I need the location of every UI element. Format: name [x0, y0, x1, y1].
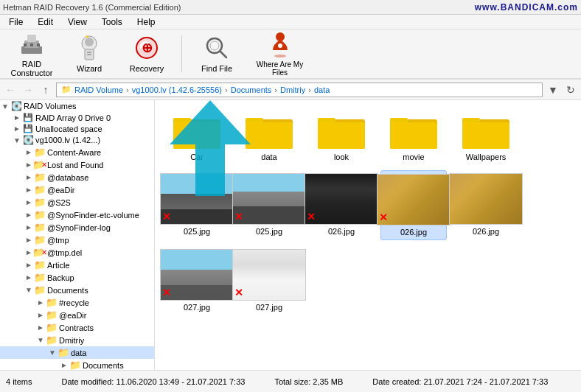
tree-toggle-raid-volumes[interactable]: ▼ — [0, 102, 10, 111]
file-item-data[interactable]: data — [236, 109, 302, 164]
sidebar-item-article[interactable]: ►📁Article — [0, 259, 154, 271]
file-item-027a[interactable]: ✕ 027.jpg — [164, 246, 230, 315]
refresh-btn[interactable]: ↻ — [563, 83, 578, 97]
file-item-026b[interactable]: ✕ 026.jpg — [380, 170, 447, 240]
folder-icon-data — [246, 112, 293, 150]
sidebar-item-contracts[interactable]: ►📁Contracts — [0, 321, 154, 334]
tree-toggle-tmp[interactable]: ► — [24, 236, 34, 244]
sidebar-item-lost-found[interactable]: ►📁✕Lost and Found — [0, 158, 154, 171]
path-part-4[interactable]: data — [314, 85, 330, 94]
file-item-026a[interactable]: ✕ 026.jpg — [308, 170, 375, 240]
item-count: 4 items — [6, 377, 32, 386]
file-item-wallpapers[interactable]: Wallpapers — [453, 109, 519, 164]
file-item-look[interactable]: look — [308, 109, 375, 164]
file-label-026a: 026.jpg — [328, 227, 355, 236]
menu-item-edit[interactable]: Edit — [35, 15, 56, 29]
addressbar: ← → ↑ 📁 RAID Volume › vg1000.lv (1.42.6-… — [0, 80, 581, 100]
wizard-button[interactable]: Wizard — [63, 32, 115, 75]
menu-item-file[interactable]: File — [6, 15, 26, 29]
tree-toggle-synofinder-etc[interactable]: ► — [24, 211, 34, 219]
svg-rect-2 — [27, 35, 36, 42]
sidebar-item-recycle[interactable]: ►📁#recycle — [0, 296, 154, 309]
main-area: ▼💽RAID Volumes►💾RAID Array 0 Drive 0►💾Un… — [0, 100, 581, 370]
sidebar-item-data[interactable]: ▼📁data — [0, 346, 154, 359]
forward-button[interactable]: → — [21, 83, 35, 97]
sidebar-item-raid-array-0[interactable]: ►💾RAID Array 0 Drive 0 — [0, 112, 154, 123]
sidebar-item-backup[interactable]: ►📁Backup — [0, 271, 154, 284]
tree-toggle-raid-array-0[interactable]: ► — [12, 113, 22, 122]
where-are-my-files-button[interactable]: Where Are My Files — [248, 32, 311, 75]
back-button[interactable]: ← — [3, 83, 18, 97]
tree-toggle-dmitriy[interactable]: ▼ — [35, 336, 46, 344]
thumbnail-027a: ✕ — [160, 249, 234, 301]
sidebar-item-database[interactable]: ►📁@database — [0, 171, 154, 183]
tree-toggle-eadir2[interactable]: ► — [35, 311, 46, 319]
tree-toggle-content-aware[interactable]: ► — [24, 148, 34, 156]
tree-toggle-backup[interactable]: ► — [24, 273, 34, 281]
tree-toggle-vg1000[interactable]: ▼ — [12, 136, 22, 144]
sidebar-item-tmp[interactable]: ►📁@tmp — [0, 234, 154, 246]
sidebar-item-unallocated[interactable]: ►💾Unallocated space — [0, 123, 154, 134]
file-item-movie[interactable]: movie — [380, 109, 447, 164]
recovery-label: Recovery — [130, 64, 164, 73]
sidebar-item-documents[interactable]: ▼📁Documents — [0, 284, 154, 296]
raid-constructor-button[interactable]: RAID Constructor — [6, 32, 58, 75]
icon-eadir: 📁 — [34, 184, 46, 195]
label-dmitriy: Dmitriy — [58, 336, 154, 345]
thumbnail-026b: ✕ — [377, 174, 450, 225]
sidebar-item-synofinder-etc[interactable]: ►📁@SynoFinder-etc-volume — [0, 209, 154, 221]
tree-toggle-contracts[interactable]: ► — [35, 323, 46, 332]
tree-toggle-recycle[interactable]: ► — [35, 298, 46, 307]
tree-toggle-database[interactable]: ► — [24, 173, 34, 181]
tree-toggle-data[interactable]: ▼ — [47, 349, 58, 357]
path-part-3[interactable]: Dmitriy — [280, 85, 305, 94]
tree-toggle-unallocated[interactable]: ► — [12, 125, 22, 133]
icon-content-aware: 📁 — [34, 147, 46, 158]
tree-toggle-documents[interactable]: ▼ — [24, 286, 34, 294]
path-part-0[interactable]: RAID Volume — [74, 85, 123, 94]
path-part-1[interactable]: vg1000.lv (1.42.6-25556) — [132, 85, 222, 94]
menu-item-view[interactable]: View — [65, 15, 90, 29]
tree-toggle-synofinder-log[interactable]: ► — [24, 223, 34, 231]
recovery-button[interactable]: ⊕ Recovery — [121, 32, 173, 75]
path-part-2[interactable]: Documents — [231, 85, 272, 94]
sidebar-item-raid-volumes[interactable]: ▼💽RAID Volumes — [0, 100, 154, 112]
sidebar-item-documents2[interactable]: ►📁Documents — [0, 359, 154, 370]
file-label-movie: movie — [403, 153, 424, 161]
deleted-mark-027a: ✕ — [162, 287, 171, 298]
up-button[interactable]: ↑ — [38, 83, 53, 97]
file-item-026c[interactable]: 026.jpg — [453, 170, 519, 240]
find-file-icon — [203, 35, 230, 61]
find-file-button[interactable]: Find File — [191, 32, 243, 75]
sidebar-item-tmp-del[interactable]: ►📁✕@tmp.del — [0, 246, 154, 259]
date-modified-label: Date modified: — [61, 377, 114, 386]
label-content-aware: Content-Aware — [46, 148, 154, 157]
tree-toggle-s2s[interactable]: ► — [24, 198, 34, 206]
folder-icon-car — [173, 112, 220, 150]
sidebar-item-vg1000[interactable]: ▼💽vg1000.lv (1.42...) — [0, 134, 154, 146]
tree-toggle-article[interactable]: ► — [24, 261, 34, 269]
tree-toggle-eadir[interactable]: ► — [24, 186, 34, 194]
sidebar-item-eadir2[interactable]: ►📁@eaDir — [0, 309, 154, 321]
sidebar-item-synofinder-log[interactable]: ►📁@SynoFinder-log — [0, 221, 154, 234]
sidebar[interactable]: ▼💽RAID Volumes►💾RAID Array 0 Drive 0►💾Un… — [0, 100, 155, 370]
folder-icon-movie — [390, 112, 437, 150]
file-item-025a[interactable]: ✕ 025.jpg — [164, 170, 230, 240]
file-item-027b[interactable]: ✕ 027.jpg — [236, 246, 302, 315]
sidebar-item-s2s[interactable]: ►📁@S2S — [0, 196, 154, 209]
icon-raid-volumes: 💽 — [10, 101, 22, 111]
sidebar-item-content-aware[interactable]: ►📁Content-Aware — [0, 146, 154, 158]
raid-constructor-label: RAID Constructor — [9, 60, 55, 77]
tree-toggle-documents2[interactable]: ► — [59, 361, 69, 369]
deleted-mark-025b: ✕ — [234, 211, 243, 223]
deleted-mark-025a: ✕ — [162, 211, 171, 223]
file-item-car[interactable]: Car — [164, 109, 230, 164]
sidebar-item-eadir[interactable]: ►📁@eaDir — [0, 183, 154, 196]
sidebar-item-dmitriy[interactable]: ▼📁Dmitriy — [0, 334, 154, 346]
address-path[interactable]: 📁 RAID Volume › vg1000.lv (1.42.6-25556)… — [56, 83, 543, 97]
file-label-look: look — [334, 153, 349, 161]
menu-item-help[interactable]: Help — [134, 15, 159, 29]
file-item-025b[interactable]: ✕ 025.jpg — [236, 170, 302, 240]
menu-item-tools[interactable]: Tools — [99, 15, 125, 29]
dropdown-btn[interactable]: ▼ — [546, 83, 560, 97]
